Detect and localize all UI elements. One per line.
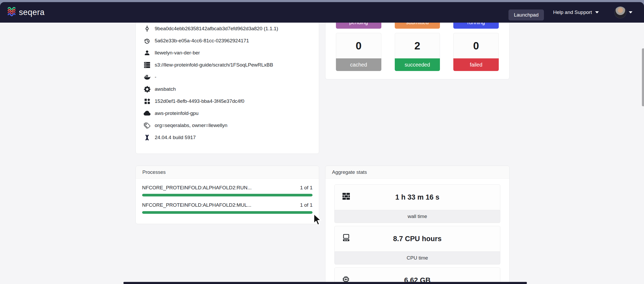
status-box-succeeded: 2 succeeded xyxy=(395,33,440,71)
commit-icon xyxy=(144,24,150,33)
cached-count: 0 xyxy=(336,33,381,58)
user-value: llewelyn-van-der-ber xyxy=(155,50,200,56)
succeeded-label: succeeded xyxy=(395,58,440,71)
failed-label: failed xyxy=(453,58,499,71)
vertical-scrollbar-thumb[interactable] xyxy=(642,48,644,106)
seqera-logo-icon xyxy=(7,7,16,18)
process-progress-bar xyxy=(142,194,313,196)
docker-icon xyxy=(144,73,150,81)
compute-env-icon xyxy=(144,97,150,105)
succeeded-count: 2 xyxy=(395,33,440,58)
top-navbar: seqera Launchpad Help and Support xyxy=(0,2,644,23)
status-box-failed: 0 failed xyxy=(453,33,499,71)
process-progress-track xyxy=(142,211,313,214)
seqera-logo[interactable]: seqera xyxy=(7,7,45,18)
nextflow-version-value: 24.04.4 build 5917 xyxy=(155,135,196,140)
computer-icon xyxy=(342,234,350,244)
processes-header: Processes xyxy=(136,166,319,179)
process-progress-bar xyxy=(142,211,313,214)
detail-row-labels: org=seqeralabs, owner=llewellyn xyxy=(144,119,313,131)
labels-value: org=seqeralabs, owner=llewellyn xyxy=(155,123,227,128)
storage-icon xyxy=(144,61,150,69)
process-name: NFCORE_PROTEINFOLD:ALPHAFOLD2:MUL... xyxy=(142,202,251,209)
detail-row-executor: awsbatch xyxy=(144,83,313,95)
process-count: 1 of 1 xyxy=(300,202,313,209)
help-and-support-label: Help and Support xyxy=(553,9,592,15)
stat-tile-memory: 6.62 GB xyxy=(334,267,500,284)
app-window: seqera Launchpad Help and Support xyxy=(0,0,644,284)
seqera-wordmark: seqera xyxy=(19,8,45,17)
process-row[interactable]: NFCORE_PROTEINFOLD:ALPHAFOLD2:MUL... 1 o… xyxy=(142,202,313,214)
compute-env-name-value: aws-proteinfold-gpu xyxy=(155,110,199,116)
wall-time-value: 1 h 33 m 16 s xyxy=(395,193,439,201)
gear-icon xyxy=(144,85,150,93)
commit-value: 9bea0dc4ebb26358142afbcab3d7efd962d3a820… xyxy=(155,26,278,32)
aggregate-stats-header: Aggregate stats xyxy=(325,166,509,179)
chevron-down-icon xyxy=(595,11,599,13)
detail-row-compute-env-id: 152d0ef1-8efb-4493-bba4-3f45e37dc4f0 xyxy=(144,95,313,107)
cpu-time-label: CPU time xyxy=(334,252,500,265)
workdir-value: s3://llew-proteinfold-guide/scratch/1FSo… xyxy=(155,62,273,68)
aggregate-stats-card: Aggregate stats 1 h 33 m 16 s wall time xyxy=(325,166,510,284)
page-background xyxy=(0,23,644,284)
cached-label: cached xyxy=(336,58,381,71)
tags-icon xyxy=(144,121,150,130)
process-progress-track xyxy=(142,194,313,196)
detail-row-user: llewelyn-van-der-ber xyxy=(144,47,313,59)
detail-row-commit: 9bea0dc4ebb26358142afbcab3d7efd962d3a820… xyxy=(144,23,313,35)
session-value: 5a62e33b-e05a-4cc6-81cc-023962924171 xyxy=(155,38,249,44)
cloud-icon xyxy=(144,109,150,118)
detail-row-session: 5a62e33b-e05a-4cc6-81cc-023962924171 xyxy=(144,35,313,47)
detail-row-container: - xyxy=(144,71,313,83)
container-value: - xyxy=(155,74,156,80)
detail-row-workdir: s3://llew-proteinfold-guide/scratch/1FSo… xyxy=(144,59,313,71)
process-count: 1 of 1 xyxy=(300,184,313,191)
processes-card: Processes NFCORE_PROTEINFOLD:ALPHAFOLD2:… xyxy=(136,166,319,224)
compute-env-id-value: 152d0ef1-8efb-4493-bba4-3f45e37dc4f0 xyxy=(155,98,244,104)
cpu-time-value: 8.7 CPU hours xyxy=(393,235,442,243)
status-box-cached: 0 cached xyxy=(336,33,381,71)
detail-row-nextflow-version: 24.04.4 build 5917 xyxy=(144,131,313,144)
process-name: NFCORE_PROTEINFOLD:ALPHAFOLD2:RUN... xyxy=(142,184,252,191)
avatar[interactable] xyxy=(615,7,626,18)
stat-tile-wall-time: 1 h 33 m 16 s wall time xyxy=(334,184,500,223)
detail-row-compute-env-name: aws-proteinfold-gpu xyxy=(144,107,313,119)
help-and-support-menu[interactable]: Help and Support xyxy=(553,2,599,23)
history-icon xyxy=(144,37,150,45)
wall-time-label: wall time xyxy=(334,210,500,223)
user-menu[interactable] xyxy=(615,2,632,23)
user-icon xyxy=(144,49,150,57)
chevron-down-icon xyxy=(629,11,632,13)
stat-tile-cpu-time: 8.7 CPU hours CPU time xyxy=(334,226,500,265)
process-row[interactable]: NFCORE_PROTEINFOLD:ALPHAFOLD2:RUN... 1 o… xyxy=(142,184,313,196)
executor-value: awsbatch xyxy=(155,86,176,92)
launchpad-button[interactable]: Launchpad xyxy=(508,9,544,21)
dock-edge xyxy=(123,282,527,284)
wall-icon xyxy=(342,192,351,202)
failed-count: 0 xyxy=(453,33,499,58)
run-details-card: 9bea0dc4ebb26358142afbcab3d7efd962d3a820… xyxy=(136,9,319,154)
nextflow-icon xyxy=(144,133,150,142)
